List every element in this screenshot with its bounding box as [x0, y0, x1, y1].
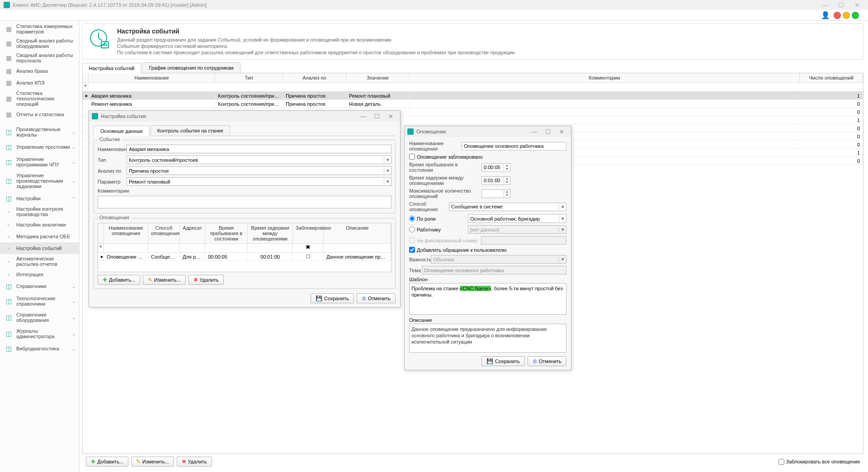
- dialog-minimize-icon[interactable]: —: [357, 113, 370, 120]
- employee-radio[interactable]: Работнику: [409, 227, 468, 232]
- sidebar-group[interactable]: ◫Справочники⌄: [0, 280, 79, 292]
- sidebar-item[interactable]: ▦Статистика технологических операций: [0, 89, 79, 109]
- sidebar-item[interactable]: ▦Анализ КПЭ: [0, 77, 79, 89]
- dialog-close-icon[interactable]: ✕: [555, 128, 568, 135]
- event-dialog: Настройка события — ☐ ✕ Основные данные …: [89, 110, 401, 307]
- sidebar-item[interactable]: ▦Сводный анализ работы оборудования: [0, 36, 79, 51]
- status-red-icon: [834, 12, 841, 19]
- status-green-icon: [852, 12, 859, 19]
- cancel-button[interactable]: ⊘Отменить: [528, 356, 566, 366]
- dialog-close-icon[interactable]: ✕: [384, 113, 397, 120]
- notification-dialog: Оповещение — ☐ ✕ Наименование оповещения…: [404, 126, 571, 370]
- sidebar-group[interactable]: ◫Управление простоями⌄: [0, 141, 79, 153]
- dialog-maximize-icon[interactable]: ☐: [370, 113, 384, 120]
- tab-main-data[interactable]: Основные данные: [94, 126, 150, 136]
- edit-button[interactable]: ✎Изменить...: [131, 457, 174, 467]
- notif-edit-button[interactable]: ✎Изменить...: [143, 275, 186, 285]
- close-icon[interactable]: ✕: [850, 1, 864, 9]
- sidebar-group[interactable]: ◫Технологические справочники⌄: [0, 294, 79, 308]
- dialog-maximize-icon[interactable]: ☐: [541, 128, 555, 135]
- role-radio[interactable]: По роли: [409, 216, 468, 222]
- template-input[interactable]: Проблема на станке <CNC.Name>, более 5-т…: [409, 283, 566, 315]
- event-name-input[interactable]: [127, 145, 392, 153]
- user-icon[interactable]: 👤: [821, 11, 830, 20]
- content: Настройка событий Данный раздел предназн…: [80, 21, 868, 472]
- main-tabs: Настройка событий График оповещения по с…: [82, 62, 863, 73]
- save-button[interactable]: 💾Сохранить: [481, 356, 525, 366]
- dialog-icon: [92, 113, 98, 119]
- status-lights: [834, 12, 859, 19]
- event-type-combo[interactable]: Контроль состояний/простоев▾: [127, 156, 392, 164]
- sidebar-item[interactable]: ▫Интеграция: [0, 269, 79, 280]
- sidebar-item[interactable]: ▦Анализ брака: [0, 65, 79, 77]
- blocked-checkbox[interactable]: Оповещение заблокировано: [409, 154, 483, 160]
- dialog-minimize-icon[interactable]: —: [528, 128, 541, 135]
- cancel-button[interactable]: ⊘Отменить: [357, 293, 396, 303]
- clock-icon: [88, 28, 111, 50]
- save-button[interactable]: 💾Сохранить: [311, 293, 354, 303]
- add-button[interactable]: ✚Добавить...: [86, 457, 128, 467]
- event-param-combo[interactable]: Ремонт плановый▾: [127, 177, 392, 186]
- notif-delete-button[interactable]: ✖Удалить: [189, 275, 224, 285]
- window-buttons: — ☐ ✕: [818, 1, 864, 9]
- event-analysis-combo[interactable]: Причина простоя▾: [127, 166, 392, 175]
- sidebar-item[interactable]: ▦Статистика измеряемых параметров: [0, 22, 79, 36]
- dialog-title: Оповещение: [416, 129, 446, 134]
- sidebar-group[interactable]: ◫Управление программами ЧПУ⌄: [0, 155, 79, 169]
- page-header: Настройка событий Данный раздел предназн…: [82, 24, 863, 60]
- block-all-checkbox[interactable]: Заблокировать все оповещения: [778, 459, 860, 465]
- notif-add-button[interactable]: ✚Добавить...: [98, 275, 140, 285]
- titlebar: Клиент АИС Диспетчер (Версия: 2.4.117.10…: [0, 0, 868, 10]
- description-input[interactable]: Данное оповещение предназначено для инфо…: [409, 324, 566, 353]
- table-row[interactable]: Ремонт-механикаКонтроль состояния/причин…: [83, 100, 863, 108]
- app-icon: [4, 2, 10, 8]
- page-title: Настройка событий: [117, 28, 516, 35]
- delete-button[interactable]: ✖Удалить: [177, 457, 212, 467]
- notif-name-input[interactable]: [462, 142, 566, 151]
- method-combo[interactable]: Сообщение в системе▾: [449, 203, 566, 211]
- app-title: Клиент АИС Диспетчер (Версия: 2.4.117.10…: [13, 2, 207, 8]
- minimize-icon[interactable]: —: [818, 1, 833, 9]
- event-comment-input[interactable]: [98, 196, 392, 208]
- tab-machine-control[interactable]: Контроль события на станке: [151, 125, 230, 136]
- maximize-icon[interactable]: ☐: [834, 1, 849, 9]
- sidebar-item[interactable]: ▫Автоматическая рассылка отчетов: [0, 254, 79, 269]
- status-yellow-icon: [843, 12, 850, 19]
- sidebar-item[interactable]: ▦Отчеты и статистика: [0, 109, 79, 120]
- tab-events[interactable]: Настройка событий: [82, 63, 141, 73]
- sidebar-item[interactable]: ▫Настройки аналитики: [0, 219, 79, 231]
- dialog-title: Настройка события: [101, 113, 146, 119]
- sidebar-group[interactable]: ◫Настройки⌃: [0, 193, 79, 204]
- table-row[interactable]: ▸Авария механикаКонтроль состояния/причи…: [83, 92, 863, 100]
- notif-grid[interactable]: Наименование оповещенияСпособ оповещения…: [98, 223, 392, 272]
- sidebar-item[interactable]: ▫Настройка событий: [0, 242, 79, 254]
- sidebar-group[interactable]: ◫Управление производственными заданиями⌄: [0, 171, 79, 191]
- delay-spinner[interactable]: 0:01:00▲▼: [481, 176, 510, 185]
- role-combo[interactable]: Основной работник; Бригадир▾: [468, 214, 566, 223]
- sidebar-group[interactable]: ◫Справочники оборудования⌄: [0, 310, 79, 325]
- sidebar-item[interactable]: ▦Сводный анализ работы персонала: [0, 51, 79, 65]
- stay-spinner[interactable]: 0:00:05▲▼: [481, 163, 510, 172]
- sidebar-item[interactable]: ▫Методика расчета OEE: [0, 231, 79, 242]
- sidebar-group[interactable]: ◫Производственные журналы⌄: [0, 125, 79, 139]
- sidebar-item[interactable]: ▫Настройки контроля производства: [0, 204, 79, 219]
- table-row[interactable]: ▸ Оповещение основ... Сообщение в ... Дл…: [98, 253, 391, 261]
- fixed-checkbox: На фиксированный номер: [409, 237, 477, 243]
- sidebar-group[interactable]: ◫Журналы администратора⌄: [0, 326, 79, 341]
- topbar: 👤: [0, 10, 868, 21]
- footer-bar: ✚Добавить... ✎Изменить... ✖Удалить Забло…: [82, 454, 863, 469]
- max-spinner[interactable]: ▲▼: [481, 189, 510, 198]
- adduser-checkbox[interactable]: Добавлять обращение к пользователю: [409, 247, 507, 253]
- sidebar: ▦Статистика измеряемых параметров▦Сводны…: [0, 21, 80, 472]
- tab-schedule[interactable]: График оповещения по сотрудникам: [142, 62, 240, 73]
- dialog-icon: [407, 128, 414, 135]
- sidebar-group[interactable]: ◫Вибродиагностика⌄: [0, 343, 79, 354]
